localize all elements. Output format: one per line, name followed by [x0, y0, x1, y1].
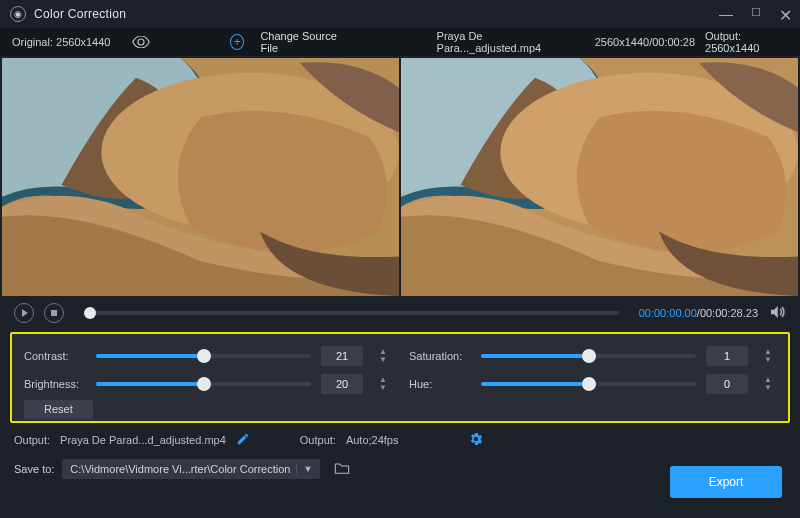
output-row: Output: Praya De Parad...d_adjusted.mp4 …	[0, 429, 800, 451]
transport-bar: 00:00:00.00/00:00:28.23	[0, 296, 800, 330]
change-source-button[interactable]: Change Source File	[260, 30, 346, 54]
play-button[interactable]	[14, 303, 34, 323]
volume-icon[interactable]	[768, 303, 786, 324]
source-info: 2560x1440/00:00:28	[595, 36, 695, 48]
seek-slider[interactable]	[84, 311, 619, 315]
preview-area	[0, 56, 800, 296]
export-button[interactable]: Export	[670, 466, 782, 498]
app-logo-icon: ◉	[10, 6, 26, 22]
info-toolbar: Original: 2560x1440 + Change Source File…	[0, 28, 800, 56]
output-file-label: Output:	[14, 434, 50, 446]
source-filename: Praya De Para..._adjusted.mp4	[437, 30, 573, 54]
maximize-button[interactable]: ☐	[751, 6, 761, 25]
reset-button[interactable]: Reset	[24, 400, 93, 419]
brightness-slider[interactable]	[96, 382, 311, 386]
save-path: C:\Vidmore\Vidmore Vi...rter\Color Corre…	[70, 463, 290, 475]
contrast-control: Contrast: 21 ▲▼	[24, 346, 391, 366]
hue-control: Hue: 0 ▲▼	[409, 374, 776, 394]
rename-icon[interactable]	[236, 432, 250, 448]
brightness-value[interactable]: 20	[321, 374, 363, 394]
saturation-value[interactable]: 1	[706, 346, 748, 366]
brightness-stepper[interactable]: ▲▼	[375, 374, 391, 394]
hue-label: Hue:	[409, 378, 471, 390]
hue-slider[interactable]	[481, 382, 696, 386]
saturation-label: Saturation:	[409, 350, 471, 362]
timecode: 00:00:00.00/00:00:28.23	[639, 307, 758, 319]
preview-original	[2, 58, 399, 296]
saturation-stepper[interactable]: ▲▼	[760, 346, 776, 366]
path-dropdown-icon[interactable]: ▼	[296, 464, 312, 474]
brightness-control: Brightness: 20 ▲▼	[24, 374, 391, 394]
eye-icon[interactable]	[132, 36, 150, 48]
contrast-stepper[interactable]: ▲▼	[375, 346, 391, 366]
output-format-label: Output:	[300, 434, 336, 446]
contrast-label: Contrast:	[24, 350, 86, 362]
stop-button[interactable]	[44, 303, 64, 323]
contrast-slider[interactable]	[96, 354, 311, 358]
add-source-icon[interactable]: +	[230, 34, 244, 50]
titlebar: ◉ Color Correction — ☐ ✕	[0, 0, 800, 28]
output-format-value: Auto;24fps	[346, 434, 399, 446]
window-title: Color Correction	[34, 7, 126, 21]
preview-output	[401, 58, 798, 296]
output-dimension: Output: 2560x1440	[705, 30, 788, 54]
brightness-label: Brightness:	[24, 378, 86, 390]
output-file-name: Praya De Parad...d_adjusted.mp4	[60, 434, 226, 446]
minimize-button[interactable]: —	[719, 6, 733, 25]
saturation-control: Saturation: 1 ▲▼	[409, 346, 776, 366]
open-folder-icon[interactable]	[334, 461, 350, 478]
hue-value[interactable]: 0	[706, 374, 748, 394]
hue-stepper[interactable]: ▲▼	[760, 374, 776, 394]
save-to-label: Save to:	[14, 463, 54, 475]
original-label: Original: 2560x1440	[12, 36, 110, 48]
saturation-slider[interactable]	[481, 354, 696, 358]
settings-icon[interactable]	[468, 431, 484, 449]
contrast-value[interactable]: 21	[321, 346, 363, 366]
save-path-box[interactable]: C:\Vidmore\Vidmore Vi...rter\Color Corre…	[62, 459, 320, 479]
close-button[interactable]: ✕	[779, 6, 792, 25]
color-sliders-panel: Contrast: 21 ▲▼ Saturation: 1 ▲▼ Brightn…	[10, 332, 790, 423]
